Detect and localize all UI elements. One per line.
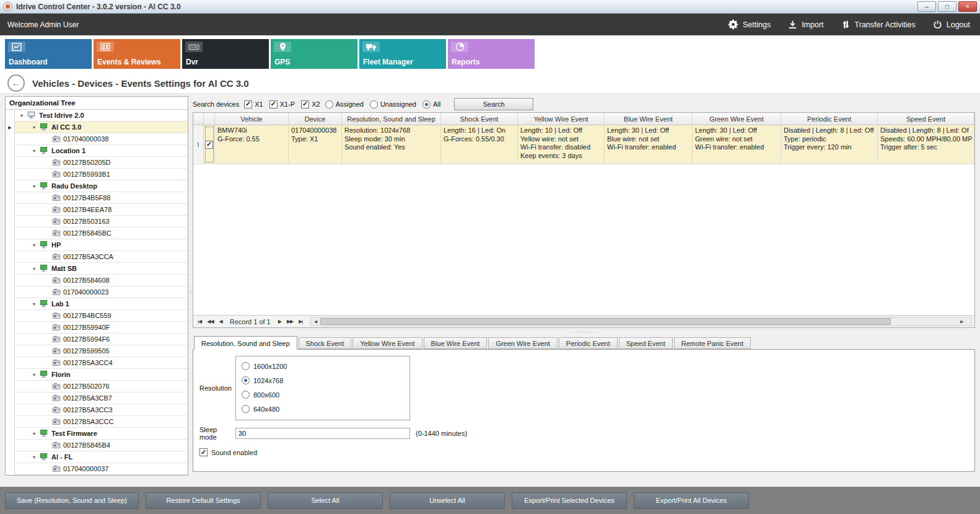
filter-assigned[interactable]: Assigned	[325, 100, 364, 109]
tree-item-group[interactable]: ▾Location 1	[6, 145, 188, 157]
column-header-yellow-wire-event[interactable]: Yellow Wire Event	[518, 113, 605, 125]
expand-collapse-icon[interactable]: ▾	[31, 266, 37, 272]
tree-item-device[interactable]: 00127B5A3CC3	[6, 404, 188, 416]
radio-assigned[interactable]	[325, 100, 333, 109]
scrollbar-thumb[interactable]	[320, 318, 891, 325]
tile-events-reviews[interactable]: Events & Reviews	[94, 39, 180, 69]
tree-item-device[interactable]: 00127B5994F6	[6, 334, 188, 345]
tab-periodic-event[interactable]: Periodic Event	[559, 337, 618, 349]
export-print-all-devices-button[interactable]: Export/Print All Devices	[634, 492, 749, 509]
tree-item-device[interactable]: 00127B5845BC	[6, 228, 188, 239]
sound-enabled-checkbox[interactable]	[199, 448, 208, 456]
horizontal-scrollbar[interactable]: ◀ ▶	[310, 317, 972, 326]
radio-1600x1200[interactable]	[242, 362, 250, 370]
tile-fleet-manager[interactable]: Fleet Manager	[359, 39, 446, 69]
first-record-button[interactable]: |◀	[196, 318, 203, 325]
save-resolution-sound-and-sleep-button[interactable]: Save (Resolution, Sound and Sleep)	[5, 492, 139, 509]
checkbox-x2[interactable]	[301, 100, 309, 109]
column-header-green-wire-event[interactable]: Green Wire Event	[693, 113, 781, 125]
tab-blue-wire-event[interactable]: Blue Wire Event	[424, 337, 488, 349]
grid-cell[interactable]: Resolution: 1024x768Sleep mode: 30 minSo…	[342, 125, 441, 164]
tree-item-device[interactable]: 00127B4EEA78	[6, 204, 188, 216]
tree-item-group[interactable]: ▾Al - FL	[6, 451, 188, 463]
tile-dvr[interactable]: Dvr	[182, 39, 269, 69]
tree-item-device[interactable]: 00127B5A3CB7	[6, 392, 188, 404]
expand-collapse-icon[interactable]: ▾	[31, 242, 37, 248]
tree-item-group[interactable]: ▾Radu Desktop	[6, 180, 188, 192]
scroll-right-icon[interactable]: ▶	[958, 319, 966, 324]
expand-collapse-icon[interactable]: ▾	[31, 125, 37, 130]
tree-item-device[interactable]: 00127B584608	[6, 275, 188, 286]
select-all-button[interactable]: Select All	[268, 492, 383, 509]
grid-cell[interactable]: Disabled | Length: 8 | Led: OffType: per…	[781, 125, 878, 164]
tree-item-device[interactable]: 017040000023	[6, 286, 188, 298]
resolution-option-1024x768[interactable]: 1024x768	[242, 376, 404, 384]
tile-dashboard[interactable]: Dashboard	[5, 39, 92, 69]
sound-enabled-row[interactable]: Sound enabled	[199, 448, 974, 456]
search-button[interactable]: Search	[454, 98, 533, 110]
expand-collapse-icon[interactable]: ▾	[31, 184, 37, 189]
tree-item-device[interactable]: 017040000038	[6, 133, 188, 145]
grid-cell[interactable]: Length: 30 | Led: OffBlue wire: not setW…	[605, 125, 693, 164]
filter-x2[interactable]: X2	[301, 100, 320, 109]
radio-1024x768[interactable]	[242, 376, 250, 384]
next-record-button[interactable]: ▶	[276, 318, 283, 325]
radio-unassigned[interactable]	[370, 100, 378, 109]
grid-cell[interactable]: Length: 30 | Led: OffGreen wire: not set…	[693, 125, 781, 164]
column-header-resolution-sound-and-sleep[interactable]: Resolution, Sound and Sleep	[342, 113, 441, 125]
tab-yellow-wire-event[interactable]: Yellow Wire Event	[352, 337, 422, 349]
radio-640x480[interactable]	[242, 405, 250, 413]
tree-item-group[interactable]: ▾Lab 1	[6, 298, 188, 310]
filter-all[interactable]: All	[422, 100, 440, 109]
import-button[interactable]: Import	[788, 20, 823, 29]
tree-item-device[interactable]: 00127B599505	[6, 345, 188, 357]
expand-collapse-icon[interactable]: ▾	[31, 431, 37, 436]
column-header-shock-event[interactable]: Shock Event	[441, 113, 518, 125]
next-page-button[interactable]: ▶▶	[285, 318, 295, 325]
column-header-vehicle[interactable]: Vehicle	[215, 113, 289, 125]
tree-item-device[interactable]: 00127B5993B1	[6, 169, 188, 180]
tree-item-group[interactable]: ▾Florin	[6, 369, 188, 381]
tree-item-device[interactable]: 00127B50205D	[6, 157, 188, 169]
tree-item-device[interactable]: 00127B5845B4	[6, 440, 188, 451]
resolution-option-1600x1200[interactable]: 1600x1200	[242, 362, 404, 370]
back-button[interactable]: ←	[7, 74, 25, 92]
maximize-button[interactable]: □	[938, 1, 956, 12]
expand-collapse-icon[interactable]: ▾	[19, 113, 25, 118]
grid-cell[interactable]: Length: 16 | Led: OnG-Forces: 0.55/0.30	[441, 125, 518, 164]
column-header-blue-wire-event[interactable]: Blue Wire Event	[605, 113, 693, 125]
scroll-left-icon[interactable]: ◀	[311, 319, 320, 324]
tree-item-group[interactable]: ▾HP	[6, 239, 188, 251]
horizontal-splitter[interactable]: ········	[193, 328, 975, 335]
column-header-periodic-event[interactable]: Periodic Event	[781, 113, 878, 125]
expand-collapse-icon[interactable]: ▾	[31, 301, 37, 307]
tree-item-device[interactable]: 00127B5A3CC4	[6, 357, 188, 369]
column-header-speed-event[interactable]: Speed Event	[878, 113, 974, 125]
row-select-cell[interactable]	[204, 125, 215, 164]
grid-select-all-header[interactable]	[204, 113, 215, 125]
tree-item-group[interactable]: ▾Test Idrive 2.0	[6, 110, 188, 122]
row-checkbox[interactable]	[205, 141, 213, 149]
tab-green-wire-event[interactable]: Green Wire Event	[488, 337, 557, 349]
radio-800x600[interactable]	[242, 391, 250, 399]
vertical-splitter[interactable]: ⋮	[188, 96, 193, 487]
transfer-activities-button[interactable]: Transfer Activities	[841, 20, 916, 29]
tree-item-device[interactable]: 017040000037	[6, 463, 188, 475]
expand-collapse-icon[interactable]: ▾	[31, 148, 37, 154]
tab-shock-event[interactable]: Shock Event	[299, 337, 352, 349]
export-print-selected-devices-button[interactable]: Export/Print Selected Devices	[512, 492, 627, 509]
last-record-button[interactable]: ▶|	[297, 318, 304, 325]
grid-row[interactable]: IBMW740iG-Force: 0.55017040000038Type: X…	[193, 125, 974, 164]
filter-x1[interactable]: X1	[244, 100, 263, 109]
checkbox-x1[interactable]	[244, 100, 252, 109]
tile-gps[interactable]: GPS	[271, 39, 357, 69]
expand-collapse-icon[interactable]: ▾	[31, 454, 37, 460]
filter-unassigned[interactable]: Unassigned	[370, 100, 416, 109]
tree-item-group[interactable]: ▶▾Al CC 3.0	[6, 122, 188, 133]
tree-item-device[interactable]: 00127B4BC559	[6, 310, 188, 322]
grid-cell[interactable]: BMW740iG-Force: 0.55	[215, 125, 289, 164]
resolution-option-800x600[interactable]: 800x600	[242, 391, 404, 399]
tile-reports[interactable]: Reports	[448, 39, 535, 69]
tree-item-device[interactable]: 00127B5A3CCA	[6, 251, 188, 263]
tree-item-group[interactable]: ▾Test Firmware	[6, 428, 188, 440]
